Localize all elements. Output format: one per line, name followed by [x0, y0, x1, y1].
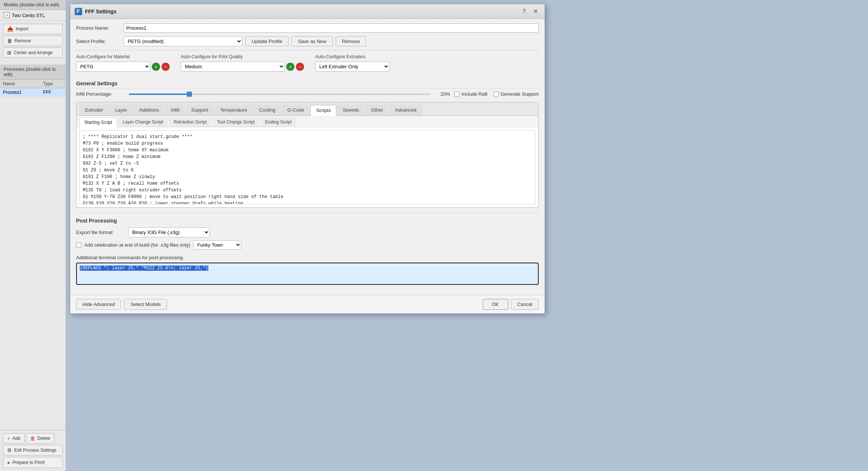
export-format-select[interactable]: Binary X3G File (.x3g): [128, 227, 210, 237]
add-button[interactable]: + Add: [3, 433, 25, 444]
celebration-label: Add celebration at end of build (for .x3…: [84, 242, 190, 248]
include-raft-label: Include Raft: [461, 91, 487, 97]
delete-icon: 🗑: [30, 435, 35, 441]
edit-process-label: Edit Process Settings: [14, 448, 56, 453]
tab-cooling[interactable]: Cooling: [254, 105, 281, 115]
tab-support[interactable]: Support: [186, 105, 214, 115]
auto-material-select[interactable]: PETG: [76, 62, 150, 72]
remove-button[interactable]: 🗑 Remove: [3, 36, 63, 46]
script-editor[interactable]: ; **** Replicator 1 dual start.gcode ***…: [79, 130, 535, 204]
auto-material-add-button[interactable]: +: [152, 63, 160, 71]
tab-scripts[interactable]: Scripts: [310, 105, 336, 116]
close-button[interactable]: ✕: [531, 7, 540, 16]
auto-material-label: Auto-Configure for Material: [76, 54, 170, 59]
col-type: Type: [40, 80, 66, 88]
model-item[interactable]: ✓ Two Cents STL: [0, 10, 66, 21]
update-profile-button[interactable]: Update Profile: [245, 36, 288, 46]
delete-button[interactable]: 🗑 Delete: [26, 433, 55, 444]
sub-tab-layer-change-script[interactable]: Layer Change Script: [118, 117, 168, 127]
sub-tab-retraction-script[interactable]: Retraction Script: [169, 117, 212, 127]
process-name-row: Process Name:: [76, 23, 539, 33]
sidebar: Models (double-click to edit) ✓ Two Cent…: [0, 0, 66, 471]
remove-icon: 🗑: [7, 38, 12, 44]
model-checkbox[interactable]: ✓: [4, 12, 10, 18]
tab-infill[interactable]: Infill: [165, 105, 185, 115]
import-icon: 📥: [7, 26, 13, 32]
tab-g-code[interactable]: G-Code: [282, 105, 310, 115]
import-button[interactable]: 📥 Import: [3, 24, 63, 34]
tab-additions[interactable]: Additions: [134, 105, 164, 115]
include-raft-checkbox[interactable]: [454, 92, 460, 97]
process-name-input[interactable]: [124, 23, 539, 33]
celebration-checkbox[interactable]: [76, 243, 81, 248]
add-label: Add: [12, 436, 20, 441]
celebration-select[interactable]: Funky Town: [193, 240, 241, 250]
infill-percent: 20%: [435, 91, 450, 97]
dialog-titlebar: F FFF Settings ? ✕: [70, 4, 545, 19]
edit-process-button[interactable]: ⚙ Edit Process Settings: [3, 445, 63, 455]
dialog-body: Process Name: Select Profile: PETG (modi…: [70, 19, 545, 295]
auto-quality-remove-button[interactable]: −: [296, 63, 304, 71]
ok-button[interactable]: OK: [483, 299, 508, 310]
tab-advanced[interactable]: Advanced: [389, 105, 422, 115]
tab-speeds[interactable]: Speeds: [337, 105, 365, 115]
infill-checkboxes: Include Raft Generate Support: [454, 91, 539, 97]
profile-select[interactable]: PETG (modified): [124, 36, 242, 46]
hide-advanced-button[interactable]: Hide Advanced: [76, 299, 121, 310]
auto-material-remove-button[interactable]: −: [161, 63, 170, 71]
process-name-label: Process Name:: [76, 25, 121, 31]
dialog-overlay: F FFF Settings ? ✕ Process Name: Select …: [66, 0, 868, 471]
processes-section: Processes (double-click to edit) Name Ty…: [0, 65, 66, 97]
save-as-new-button[interactable]: Save as New: [291, 36, 333, 46]
prepare-print-button[interactable]: ● Prepare to Print!: [3, 457, 63, 468]
post-processing-title: Post Processing: [76, 218, 539, 224]
auto-configure-row: Auto-Configure for Material PETG + − Aut…: [76, 50, 539, 75]
infill-slider-fill: [129, 93, 189, 95]
celebration-row: Add celebration at end of build (for .x3…: [76, 240, 539, 250]
edit-icon: ⚙: [7, 447, 12, 453]
general-settings-title: General Settings: [76, 80, 539, 88]
prepare-label: Prepare to Print!: [12, 460, 45, 465]
generate-support-label: Generate Support: [500, 91, 539, 97]
auto-extruders-select[interactable]: Left Extruder Only: [315, 62, 389, 72]
export-format-label: Export file format: [76, 230, 124, 235]
auto-material-group: Auto-Configure for Material PETG + −: [76, 54, 170, 72]
import-label: Import: [16, 26, 28, 32]
infill-slider-thumb[interactable]: [187, 92, 192, 97]
sub-tab-starting-script[interactable]: Starting Script: [79, 118, 117, 127]
generate-support-checkbox[interactable]: [493, 92, 499, 97]
auto-quality-select[interactable]: Medium: [181, 62, 285, 72]
terminal-input[interactable]: [76, 263, 539, 285]
tab-layer[interactable]: Layer: [110, 105, 133, 115]
tab-temperature[interactable]: Temperature: [215, 105, 253, 115]
sub-tab-ending-script[interactable]: Ending Script: [260, 117, 296, 127]
tab-other[interactable]: Other: [365, 105, 389, 115]
main-tabs-header: ExtruderLayerAdditionsInfillSupportTempe…: [76, 102, 538, 116]
table-row[interactable]: Process1FFF: [0, 88, 66, 97]
process-name-cell: Process1: [0, 88, 40, 97]
auto-quality-controls: Medium + −: [181, 62, 304, 72]
include-raft-item[interactable]: Include Raft: [454, 91, 487, 97]
generate-support-item[interactable]: Generate Support: [493, 91, 539, 97]
auto-extruders-controls: Left Extruder Only: [315, 62, 389, 72]
tab-extruder[interactable]: Extruder: [79, 105, 109, 115]
dialog-title: FFF Settings: [85, 9, 517, 14]
prepare-icon: ●: [7, 460, 10, 465]
center-arrange-button[interactable]: ⊞ Center and Arrange: [3, 47, 63, 58]
profile-row: Select Profile: PETG (modified) Update P…: [76, 36, 539, 46]
infill-slider-track[interactable]: [129, 93, 431, 95]
model-buttons: 📥 Import 🗑 Remove ⊞ Center and Arrange: [0, 21, 66, 61]
help-button[interactable]: ?: [520, 7, 528, 16]
remove-profile-button[interactable]: Remove: [336, 36, 366, 46]
sub-tab-tool-change-script[interactable]: Tool Change Script: [212, 117, 259, 127]
dialog-app-icon: F: [75, 8, 82, 15]
col-name: Name: [0, 80, 40, 88]
select-models-button[interactable]: Select Models: [124, 299, 167, 310]
process-type-cell: FFF: [40, 88, 66, 97]
auto-quality-add-button[interactable]: +: [286, 63, 294, 71]
dialog-footer: Hide Advanced Select Models OK Cancel: [70, 295, 545, 313]
main-tabs-container: ExtruderLayerAdditionsInfillSupportTempe…: [76, 102, 539, 208]
cancel-button[interactable]: Cancel: [511, 299, 539, 310]
export-row: Export file format Binary X3G File (.x3g…: [76, 227, 539, 237]
auto-material-controls: PETG + −: [76, 62, 170, 72]
